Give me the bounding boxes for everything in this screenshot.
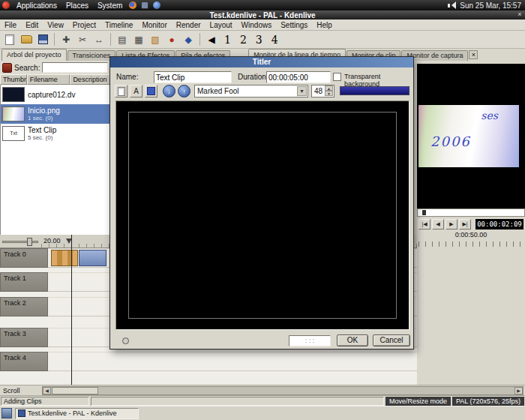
column-filename[interactable]: Filename: [27, 74, 70, 85]
menu-project[interactable]: Project: [68, 20, 100, 30]
transparent-background-checkbox[interactable]: [333, 73, 341, 81]
tab-transitions[interactable]: Transiciones: [68, 50, 116, 61]
menu-monitor[interactable]: Monitor: [137, 20, 171, 30]
menu-timeline[interactable]: Timeline: [100, 20, 137, 30]
menu-layout[interactable]: Layout: [206, 20, 237, 30]
menu-settings[interactable]: Settings: [276, 20, 312, 30]
column-description[interactable]: Description: [70, 74, 110, 85]
spacer-tool-button[interactable]: ↔: [92, 32, 106, 47]
lower-object-button[interactable]: ↓: [163, 85, 176, 98]
timeline-clip-image[interactable]: [51, 250, 78, 266]
firefox-launcher-icon[interactable]: [129, 2, 136, 9]
show-desktop-icon[interactable]: [2, 408, 12, 418]
timeline-clip-text[interactable]: [79, 250, 106, 266]
main-toolbar: ✚ ✂ ↔ ▤ ▦ ▧ ● ◆ ◀ 1 2 3 4: [0, 31, 525, 49]
zoom-slider-track[interactable]: [2, 241, 38, 243]
open-project-button[interactable]: [19, 32, 34, 47]
window-close-icon[interactable]: ×: [516, 11, 524, 19]
menu-windows[interactable]: Windows: [237, 20, 277, 30]
transitions-button[interactable]: ▧: [148, 32, 163, 47]
save-project-button[interactable]: [35, 32, 50, 47]
monitor-seek-bar[interactable]: [417, 208, 525, 217]
rect-tool-button[interactable]: [145, 85, 158, 98]
title-edit-canvas[interactable]: [116, 100, 410, 330]
volume-icon[interactable]: [448, 2, 456, 9]
title-name-input[interactable]: [154, 71, 232, 83]
dialog-titlebar[interactable]: Titler: [110, 57, 413, 68]
guide-number-3[interactable]: 3: [252, 34, 266, 46]
play-button[interactable]: ▶: [446, 219, 458, 230]
system-menu[interactable]: System: [93, 0, 127, 10]
timeline-playhead[interactable]: [71, 235, 72, 385]
text-color-picker[interactable]: [340, 86, 410, 95]
effects-list-button[interactable]: ▦: [131, 32, 146, 47]
frame-back-button[interactable]: ◀: [432, 219, 444, 230]
menu-edit[interactable]: Edit: [21, 20, 43, 30]
clip-thumbnail: [2, 87, 25, 102]
go-start-button[interactable]: |◀: [418, 219, 430, 230]
menu-help[interactable]: Help: [312, 20, 337, 30]
font-family-value: Marked Fool: [197, 87, 239, 95]
raise-object-button[interactable]: ↑: [178, 85, 190, 98]
position-field[interactable]: : : :: [289, 335, 331, 346]
window-titlebar[interactable]: Test.kdenlive - PAL - Kdenlive ×: [0, 10, 525, 20]
scroll-right-icon[interactable]: ▶: [514, 387, 523, 394]
move-tool-button[interactable]: ✚: [58, 32, 74, 47]
toolbar-separator: [54, 33, 55, 46]
spin-down-icon[interactable]: ▼: [325, 91, 333, 96]
monitor-position-marker[interactable]: [422, 210, 426, 215]
guide-number-1[interactable]: 1: [220, 34, 235, 46]
track-header-2[interactable]: Track 2: [0, 297, 48, 316]
razor-tool-button[interactable]: ✂: [75, 32, 90, 47]
taskbar-window-button[interactable]: Test.kdenlive - PAL - Kdenlive: [15, 408, 139, 419]
rect-tool-icon: [147, 87, 155, 95]
menu-render[interactable]: Render: [172, 20, 206, 30]
guide-number-4[interactable]: 4: [268, 34, 282, 46]
panel-clock[interactable]: Sun 25 Mar, 15:57: [460, 2, 521, 10]
clip-row-inicio-selected[interactable]: Inicio.png 1 sec. (0): [1, 104, 110, 124]
record-button[interactable]: ●: [164, 32, 179, 47]
new-text-button[interactable]: [115, 85, 128, 98]
display-icon[interactable]: [141, 2, 148, 9]
zoom-slider-handle[interactable]: [27, 238, 32, 246]
font-size-spinner[interactable]: 48 ▲ ▼: [311, 85, 334, 98]
track-header-3[interactable]: Track 3: [0, 328, 48, 347]
track-header-1[interactable]: Track 1: [0, 272, 48, 292]
duration-input[interactable]: [266, 71, 331, 83]
clip-row-text-clip[interactable]: Txt Text Clip 5 sec. (0): [1, 124, 110, 143]
edit-text-icon: A: [134, 87, 139, 95]
distro-logo-icon[interactable]: [2, 2, 10, 9]
spacer-tool-icon: ↔: [94, 34, 104, 45]
applications-menu[interactable]: Applications: [12, 0, 62, 10]
snap-button[interactable]: ◆: [181, 32, 196, 47]
tab-project-tree[interactable]: Arbol del proyecto: [2, 49, 67, 61]
guide-number-2[interactable]: 2: [236, 34, 250, 46]
clip-row-capture012[interactable]: capture012.dv: [1, 85, 110, 104]
spin-up-icon[interactable]: ▲: [325, 86, 333, 91]
help-icon[interactable]: [153, 2, 160, 9]
search-input[interactable]: [42, 62, 108, 73]
column-thumbnail[interactable]: Thumbnail: [0, 74, 27, 85]
duration-label: Duration: [238, 73, 266, 81]
horizontal-scrollbar[interactable]: ◀ ▶: [42, 386, 524, 395]
cancel-button[interactable]: Cancel: [373, 334, 410, 346]
new-document-button[interactable]: [2, 32, 17, 47]
track-header-0[interactable]: Track 0: [0, 248, 48, 268]
menu-view[interactable]: View: [43, 20, 68, 30]
horn-icon: ◀: [208, 34, 214, 45]
places-menu[interactable]: Places: [62, 0, 93, 10]
font-family-select[interactable]: Marked Fool ▼: [194, 85, 308, 98]
dock-close-icon[interactable]: ×: [469, 50, 478, 59]
transparency-slider-handle[interactable]: [122, 338, 129, 344]
ok-button[interactable]: OK: [337, 334, 368, 346]
track-header-4[interactable]: Track 4: [0, 352, 48, 371]
clear-search-icon[interactable]: [2, 63, 12, 73]
edit-text-button[interactable]: A: [130, 85, 142, 98]
horn-button[interactable]: ◀: [204, 32, 219, 47]
menu-file[interactable]: File: [0, 20, 21, 30]
go-end-button[interactable]: ▶|: [459, 219, 471, 230]
scrollbar-handle[interactable]: [52, 387, 98, 394]
track-lane-4[interactable]: [48, 352, 417, 371]
scroll-left-icon[interactable]: ◀: [43, 387, 51, 394]
project-tree-button[interactable]: ▤: [115, 32, 130, 47]
